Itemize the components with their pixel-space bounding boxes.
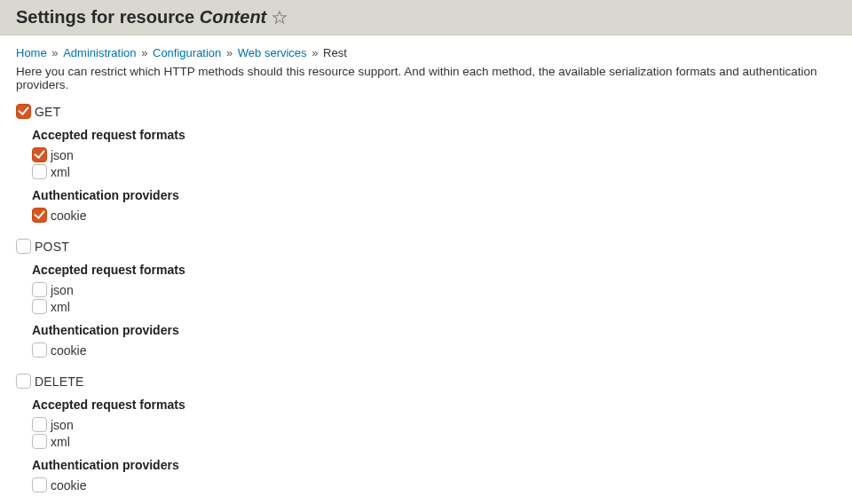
breadcrumb-item[interactable]: Home [16,46,47,59]
method-checkbox[interactable] [16,374,31,389]
auth-option-row: cookie [32,477,836,492]
formats-heading: Accepted request formats [32,398,836,412]
auth-heading: Authentication providers [32,188,836,202]
formats-heading: Accepted request formats [32,128,836,142]
format-checkbox[interactable] [32,164,47,179]
method-label[interactable]: POST [35,240,69,254]
auth-option-row: cookie [32,208,836,223]
auth-label[interactable]: cookie [51,209,86,223]
method-body: Accepted request formatsjsonxmlAuthentic… [16,128,836,223]
breadcrumb-item[interactable]: Configuration [153,46,221,59]
auth-label[interactable]: cookie [51,478,86,492]
method-row: POST [16,239,836,254]
method-label[interactable]: DELETE [35,374,84,389]
method-body: Accepted request formatsjsonxmlAuthentic… [16,263,836,358]
format-option-row: json [32,282,836,297]
breadcrumb: Home » Administration » Configuration » … [16,46,836,59]
page-title: Settings for resource Content [16,7,266,28]
format-label[interactable]: json [51,148,74,162]
format-label[interactable]: xml [51,300,70,314]
method-row: GET [16,104,836,119]
auth-checkbox[interactable] [32,343,47,358]
format-option-row: json [32,417,836,432]
breadcrumb-separator: » [138,46,151,59]
format-checkbox[interactable] [32,299,47,314]
breadcrumb-separator: » [223,46,235,59]
format-label[interactable]: xml [51,435,70,449]
method-body: Accepted request formatsjsonxmlAuthentic… [16,398,836,492]
auth-checkbox[interactable] [32,477,47,492]
format-option-row: xml [32,164,836,179]
format-label[interactable]: json [51,418,74,432]
format-checkbox[interactable] [32,417,47,432]
star-icon[interactable] [272,10,288,26]
format-option-row: json [32,147,836,162]
format-option-row: xml [32,299,836,314]
method-checkbox[interactable] [16,104,31,119]
format-label[interactable]: xml [51,165,70,179]
auth-label[interactable]: cookie [51,343,86,358]
format-checkbox[interactable] [32,282,47,297]
intro-text: Here you can restrict which HTTP methods… [16,65,836,91]
formats-heading: Accepted request formats [32,263,836,277]
breadcrumb-item[interactable]: Web services [238,46,307,59]
auth-option-row: cookie [32,343,836,358]
breadcrumb-item[interactable]: Administration [63,46,136,59]
methods-container: GETAccepted request formatsjsonxmlAuthen… [16,104,836,492]
method-label[interactable]: GET [35,105,60,119]
page-title-resource: Content [200,7,267,27]
breadcrumb-separator: » [309,46,321,59]
format-label[interactable]: json [51,283,74,297]
page-header: Settings for resource Content [0,0,852,35]
auth-heading: Authentication providers [32,323,836,337]
method-row: DELETE [16,374,836,389]
method-checkbox[interactable] [16,239,31,254]
breadcrumb-item: Rest [323,46,347,59]
auth-checkbox[interactable] [32,208,47,223]
breadcrumb-separator: » [49,46,61,59]
format-option-row: xml [32,434,836,449]
format-checkbox[interactable] [32,147,47,162]
svg-marker-0 [273,11,286,22]
format-checkbox[interactable] [32,434,47,449]
auth-heading: Authentication providers [32,458,836,472]
page-title-prefix: Settings for resource [16,7,200,27]
